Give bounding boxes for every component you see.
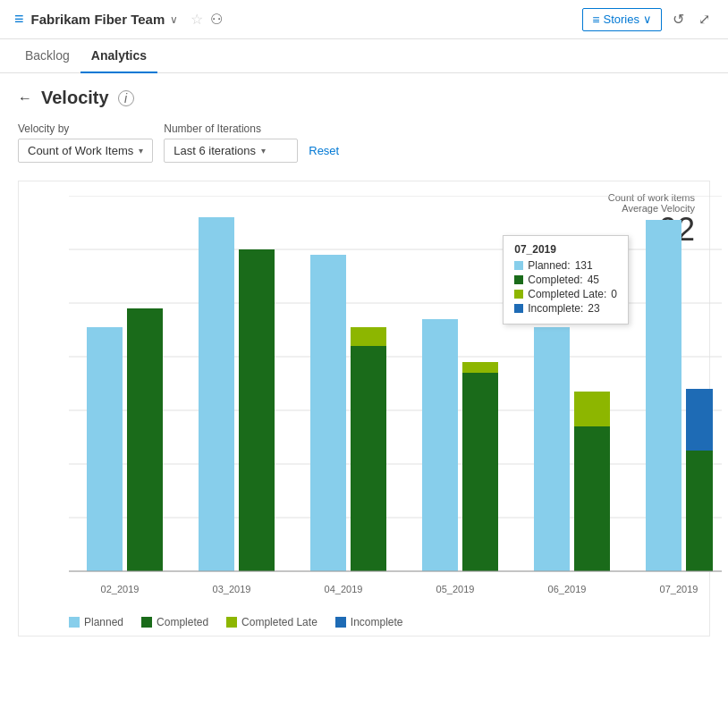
incomplete-swatch	[335, 617, 346, 628]
filters-bar: Velocity by Count of Work Items ▾ Number…	[18, 122, 710, 163]
tooltip-completed-value: 45	[588, 274, 599, 286]
velocity-by-filter: Velocity by Count of Work Items ▾	[18, 122, 153, 163]
tooltip-completed-late-label: Completed Late:	[528, 288, 606, 300]
legend-planned: Planned	[69, 616, 123, 628]
bar-05-late	[462, 362, 498, 373]
bar-03-completed	[239, 249, 275, 571]
velocity-by-value: Count of Work Items	[28, 144, 133, 157]
svg-text:05_2019: 05_2019	[436, 584, 475, 594]
tab-backlog[interactable]: Backlog	[14, 39, 80, 73]
app-icon: ≡	[14, 10, 24, 29]
bar-04-planned	[310, 255, 346, 571]
tooltip-planned-swatch	[514, 261, 523, 270]
stories-button[interactable]: ≡ Stories ∨	[582, 8, 662, 31]
bar-06-completed	[574, 426, 610, 571]
legend-completed-late: Completed Late	[226, 616, 317, 628]
svg-text:02_2019: 02_2019	[101, 584, 140, 594]
tooltip-incomplete-row: Incomplete: 23	[514, 302, 617, 315]
tooltip-planned-value: 131	[575, 259, 593, 272]
bar-07-planned	[646, 220, 681, 571]
velocity-by-label: Velocity by	[18, 122, 153, 135]
tooltip-completed-label: Completed:	[528, 274, 582, 286]
tooltip-incomplete-value: 23	[588, 302, 599, 315]
bar-05-completed	[462, 373, 498, 571]
tooltip-incomplete-swatch	[514, 304, 523, 313]
iterations-value: Last 6 iterations	[174, 144, 256, 157]
bar-07-incomplete	[686, 389, 713, 451]
reset-button[interactable]: Reset	[309, 139, 339, 163]
velocity-by-chevron-icon: ▾	[139, 146, 143, 156]
bar-04-late	[351, 327, 386, 346]
favorite-icon[interactable]: ☆	[190, 11, 203, 28]
tooltip-completed-late-row: Completed Late: 0	[514, 288, 617, 300]
tab-analytics[interactable]: Analytics	[80, 39, 157, 73]
iterations-label: Number of Iterations	[164, 122, 298, 135]
stories-label: Stories	[604, 13, 639, 26]
stories-icon: ≡	[592, 13, 599, 27]
tooltip-completed-swatch	[514, 275, 523, 284]
back-button[interactable]: ←	[18, 90, 32, 106]
iterations-chevron-icon: ▾	[261, 146, 266, 156]
svg-text:06_2019: 06_2019	[548, 584, 587, 594]
tooltip-planned-row: Planned: 131	[514, 259, 617, 272]
iterations-filter: Number of Iterations Last 6 iterations ▾	[164, 122, 298, 163]
page-title: Velocity	[41, 88, 109, 108]
planned-swatch	[69, 617, 80, 628]
tooltip-planned-label: Planned:	[528, 259, 570, 272]
bar-04-completed	[351, 346, 386, 571]
team-name: Fabrikam Fiber Team	[31, 12, 165, 27]
velocity-by-select[interactable]: Count of Work Items ▾	[18, 139, 153, 163]
tooltip-incomplete-label: Incomplete:	[528, 302, 583, 315]
legend-completed: Completed	[141, 616, 208, 628]
bar-07-completed	[686, 451, 713, 571]
completed-swatch	[141, 617, 152, 628]
planned-label: Planned	[84, 616, 123, 628]
svg-text:07_2019: 07_2019	[660, 584, 698, 594]
team-chevron-icon[interactable]: ∨	[170, 13, 178, 26]
bar-06-planned	[534, 327, 570, 571]
svg-text:04_2019: 04_2019	[325, 584, 363, 594]
chart-tooltip: 07_2019 Planned: 131 Completed: 45 Compl…	[503, 235, 629, 324]
help-icon[interactable]: i	[118, 90, 134, 106]
completed-late-swatch	[226, 617, 237, 628]
completed-label: Completed	[157, 616, 208, 628]
expand-button[interactable]: ⤢	[695, 7, 714, 31]
bar-03-planned	[199, 223, 234, 571]
tooltip-completed-late-value: 0	[611, 288, 617, 300]
bar-03-extra	[199, 217, 234, 223]
legend-incomplete: Incomplete	[335, 616, 403, 628]
tooltip-title: 07_2019	[514, 243, 617, 256]
completed-late-label: Completed Late	[241, 616, 317, 628]
bar-02-planned	[87, 327, 123, 571]
bar-02-completed	[127, 308, 163, 571]
chart-area: Count of work items Average Velocity 92 …	[18, 181, 710, 636]
bar-05-planned	[422, 319, 458, 571]
stories-chevron-icon: ∨	[643, 13, 652, 26]
refresh-button[interactable]: ↺	[669, 7, 688, 31]
incomplete-label: Incomplete	[351, 616, 403, 628]
chart-legend: Planned Completed Completed Late Incompl…	[33, 616, 695, 628]
tooltip-completed-late-swatch	[514, 290, 523, 299]
iterations-select[interactable]: Last 6 iterations ▾	[164, 139, 298, 163]
nav-tabs: Backlog Analytics	[0, 39, 728, 73]
svg-text:03_2019: 03_2019	[213, 584, 251, 594]
bar-06-late	[574, 392, 610, 426]
team-members-icon[interactable]: ⚇	[210, 11, 223, 28]
tooltip-completed-row: Completed: 45	[514, 274, 617, 286]
